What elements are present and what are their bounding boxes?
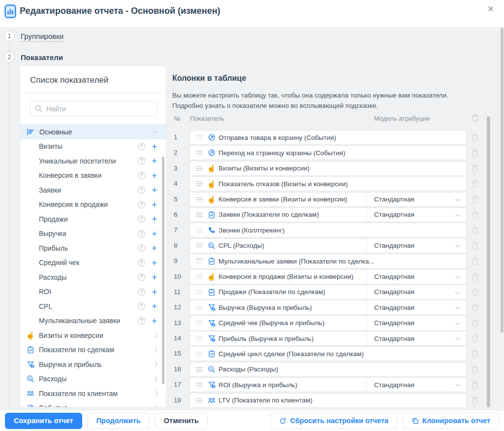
metric-row[interactable]: ☝Визиты (Визиты и конверсии) (189, 161, 467, 176)
close-icon[interactable]: ✕ (487, 5, 494, 13)
drag-handle-icon[interactable] (196, 181, 203, 186)
drag-handle-icon[interactable] (196, 367, 203, 372)
delete-row-button[interactable] (472, 396, 479, 406)
delete-row-button[interactable] (472, 365, 479, 375)
table-row-partial (0, 408, 497, 409)
delete-row-button[interactable] (472, 319, 479, 329)
metric-label: Продажи (Показатели по сделкам) (219, 288, 325, 296)
delete-row-button[interactable] (472, 288, 479, 298)
table-columns-description: Вы можете настроить таблицу так, чтобы о… (172, 90, 448, 111)
drag-handle-icon[interactable] (196, 305, 203, 310)
metric-row[interactable]: ₽Расходы (Расходы) (189, 362, 467, 377)
drag-handle-icon[interactable] (196, 197, 203, 202)
delete-row-button[interactable] (472, 195, 479, 205)
metric-row[interactable]: ₽Выручка (Выручка и прибыль)Стандартная (189, 300, 467, 315)
drag-handle-icon[interactable] (196, 274, 203, 279)
metric-row[interactable]: ₽Прибыль (Выручка и прибыль)Стандартная (189, 331, 467, 346)
step-1-groupings-link[interactable]: Группировки (21, 32, 63, 42)
delete-row-button[interactable] (472, 272, 479, 283)
drag-handle-icon[interactable] (196, 243, 203, 248)
save-report-button[interactable]: Сохранить отчет (5, 413, 82, 429)
metric-label: Заявки (Показатели по сделкам) (219, 211, 319, 218)
continue-button[interactable]: Продолжить (88, 413, 150, 429)
metric-label: CPL (Расходы) (219, 242, 264, 249)
table-scrollbar[interactable] (487, 116, 490, 407)
attribution-select[interactable]: Стандартная (366, 316, 466, 330)
drag-handle-icon[interactable] (196, 212, 203, 217)
attribution-select[interactable]: Стандартная (366, 270, 466, 284)
metric-label: Расходы (Расходы) (219, 365, 278, 373)
metric-row[interactable]: ₽Средний чек (Выручка и прибыль)Стандарт… (189, 316, 467, 331)
attribution-select[interactable]: Стандартная (366, 208, 466, 222)
edit-report-modal: Редактирование отчета - Основной (измене… (0, 0, 504, 431)
delete-row-button[interactable] (472, 148, 479, 159)
drag-handle-icon[interactable] (196, 259, 203, 264)
delete-row-button[interactable] (472, 241, 479, 252)
drag-handle-icon[interactable] (196, 166, 203, 171)
drag-handle-icon[interactable] (196, 336, 203, 341)
hand-icon: ☝ (207, 272, 216, 281)
cancel-button[interactable]: Отменить (155, 413, 208, 429)
attribution-select[interactable]: Стандартная (366, 378, 466, 392)
drag-handle-icon[interactable] (196, 228, 203, 233)
drag-handle-icon[interactable] (196, 398, 203, 403)
metric-row[interactable]: Заявки (Показатели по сделкам)Стандартна… (189, 207, 467, 222)
drag-handle-icon[interactable] (196, 352, 203, 357)
table-row: 15Средний цикл сделки (Показатели по сде… (0, 346, 497, 361)
metric-row[interactable]: ₽ROI (Выручка и прибыль)Стандартная (189, 377, 467, 392)
metric-row[interactable]: Средний цикл сделки (Показатели по сделк… (189, 346, 467, 361)
metric-row[interactable]: ☝Конверсия в заявки (Визиты и конверсии)… (189, 192, 467, 207)
modal-scrollbar[interactable] (501, 28, 504, 333)
delete-row-button[interactable] (472, 349, 479, 360)
metric-row[interactable] (189, 408, 467, 409)
attribution-select[interactable]: Стандартная (366, 193, 466, 206)
metric-row[interactable]: Переход на страницу корзины (События) (189, 145, 467, 160)
clone-report-button[interactable]: Клонировать отчет (403, 413, 499, 429)
table-row: 4☝Показатель отказов (Визиты и конверсии… (0, 176, 497, 191)
search-ruble-icon: ₽ (207, 241, 216, 250)
row-number: 8 (174, 242, 178, 249)
drag-handle-icon[interactable] (196, 383, 203, 388)
drag-handle-icon[interactable] (196, 321, 203, 326)
delete-all-icon[interactable] (472, 113, 479, 123)
metric-row[interactable]: ₽CPL (Расходы)Стандартная (189, 238, 467, 253)
delete-row-button[interactable] (472, 133, 479, 143)
reset-report-settings-button[interactable]: Сбросить настройки отчета (270, 413, 397, 429)
drag-handle-icon[interactable] (196, 290, 203, 295)
step-2-metrics-label: Показатели (21, 53, 63, 62)
search-input[interactable] (30, 101, 157, 116)
delete-row-button[interactable] (472, 210, 479, 221)
table-row: 17₽ROI (Выручка и прибыль)Стандартная (0, 377, 497, 392)
metric-label: LTV (Показатели по клиентам) (219, 397, 313, 404)
delete-row-button[interactable] (472, 226, 479, 236)
attribution-select[interactable]: Стандартная (366, 239, 466, 253)
row-number: 14 (174, 334, 181, 342)
metric-row[interactable]: Мультиканальные заявки (Показатели по сд… (189, 254, 467, 268)
delete-row-button[interactable] (472, 303, 479, 313)
metric-row[interactable]: LTV (Показатели по клиентам) (189, 393, 467, 408)
metric-row[interactable]: Отправка товара в корзину (События) (189, 130, 467, 145)
drag-handle-icon[interactable] (196, 135, 203, 140)
table-row: 16₽Расходы (Расходы) (0, 362, 497, 377)
attribution-select[interactable]: Стандартная (366, 285, 466, 299)
metric-label: Выручка (Выручка и прибыль) (219, 304, 312, 311)
attribution-select[interactable]: Стандартная (366, 332, 466, 345)
drag-handle-icon[interactable] (196, 151, 203, 156)
delete-row-button[interactable] (472, 380, 479, 391)
clipboard-icon (207, 350, 216, 358)
attribution-select[interactable]: Стандартная (366, 300, 466, 314)
delete-row-button[interactable] (472, 164, 479, 174)
delete-row-button[interactable] (472, 334, 479, 344)
delete-row-button[interactable] (472, 179, 479, 190)
step-1-circle: 1 (4, 31, 15, 41)
row-number: 11 (174, 288, 181, 296)
clipboard-icon (207, 288, 216, 296)
row-number: 12 (174, 303, 181, 311)
metric-row[interactable]: ☝Показатель отказов (Визиты и конверсии) (189, 176, 467, 191)
metric-row[interactable]: Звонки (Коллтрекинг) (189, 223, 467, 237)
metric-row[interactable]: Продажи (Показатели по сделкам)Стандартн… (189, 285, 467, 299)
table-row: 7Звонки (Коллтрекинг) (0, 223, 497, 237)
delete-row-button[interactable] (472, 257, 479, 267)
metric-row[interactable]: ☝Конверсия в продажи (Визиты и конверсии… (189, 269, 467, 284)
chevron-down-icon (455, 242, 460, 247)
